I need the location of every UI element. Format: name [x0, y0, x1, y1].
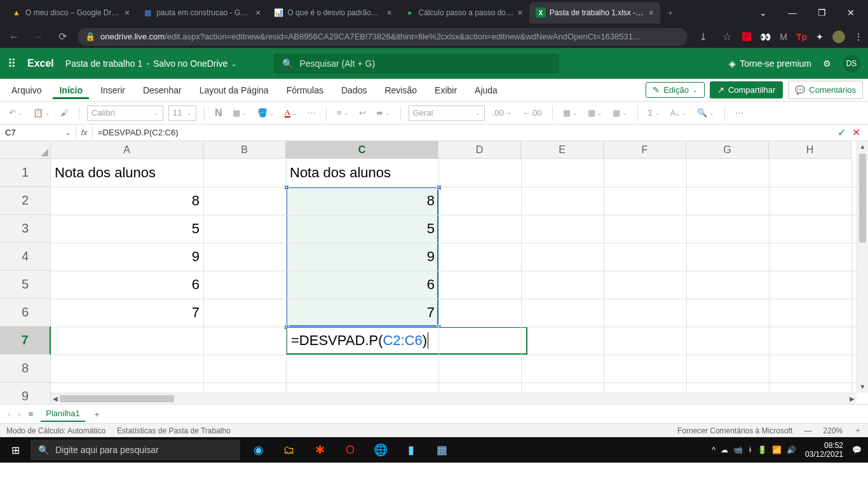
find-button[interactable]: 🔍⌄ [695, 107, 717, 119]
formula-input[interactable]: =DESVPAD.P(C2:C6) [93, 128, 830, 137]
cell-c1[interactable]: Nota dos alunos [286, 159, 438, 187]
borders-button[interactable]: ▦⌄ [230, 107, 250, 119]
ribbon-tab-revisao[interactable]: Revisão [378, 81, 423, 99]
ribbon-tab-exibir[interactable]: Exibir [428, 81, 463, 99]
ribbon-tab-inserir[interactable]: Inserir [94, 81, 132, 99]
calc-mode[interactable]: Modo de Cálculo: Automático [6, 426, 105, 435]
extensions-menu-icon[interactable]: ✦ [816, 32, 824, 42]
chevron-down-icon[interactable]: ⌄ [752, 8, 774, 18]
chrome-icon[interactable]: 🌐 [367, 437, 394, 463]
cell-c5[interactable]: 6 [286, 271, 438, 299]
scroll-down-icon[interactable]: ▼ [857, 381, 868, 393]
sheet-tab[interactable]: Planilha1 [41, 406, 85, 422]
edge-icon[interactable]: ◉ [245, 437, 272, 463]
column-header-b[interactable]: B [203, 141, 286, 159]
app-launcher-icon[interactable]: ⠿ [8, 57, 16, 71]
user-avatar[interactable]: DS [843, 55, 860, 72]
excel-brand[interactable]: Excel [27, 58, 54, 69]
forward-button[interactable]: → [29, 31, 47, 43]
row-header-9[interactable]: 9 [0, 383, 51, 404]
extension-icon[interactable]: 👀 [760, 32, 771, 42]
extension-icon[interactable]: M [780, 32, 787, 42]
cell-c3[interactable]: 5 [286, 215, 438, 243]
merge-button[interactable]: ⬌⌄ [374, 107, 393, 119]
cell-a2[interactable]: 8 [51, 187, 203, 215]
close-icon[interactable]: × [125, 8, 130, 18]
close-icon[interactable]: × [255, 8, 261, 18]
cancel-icon[interactable]: ✕ [852, 126, 860, 139]
cell-c6[interactable]: 7 [286, 299, 438, 327]
close-icon[interactable]: × [518, 8, 523, 18]
vertical-scrollbar[interactable]: ▲ ▼ [857, 141, 868, 393]
column-header-c[interactable]: C [286, 141, 438, 159]
fx-icon[interactable]: fx [76, 125, 93, 140]
opera-icon[interactable]: O [337, 437, 363, 463]
row-header-5[interactable]: 5 [0, 271, 51, 299]
cell-a6[interactable]: 7 [51, 299, 203, 327]
premium-button[interactable]: ◈ Torne-se premium [729, 58, 811, 69]
close-icon[interactable]: × [386, 8, 391, 18]
zoom-out-button[interactable]: — [804, 426, 811, 435]
confirm-icon[interactable]: ✓ [837, 126, 846, 139]
bookmark-icon[interactable]: ☆ [718, 30, 736, 43]
pinterest-icon[interactable]: 🅿 [742, 32, 751, 42]
wrap-text-button[interactable]: ↩ [356, 107, 369, 119]
ribbon-tab-layout[interactable]: Layout da Página [193, 81, 275, 99]
comments-button[interactable]: 💬 Comentários [788, 81, 863, 99]
paste-button[interactable]: 📋⌄ [31, 107, 53, 119]
conditional-format-button[interactable]: ▦⌄ [560, 107, 580, 119]
workbook-stats[interactable]: Estatísticas de Pasta de Trabalho [117, 426, 231, 435]
clock[interactable]: 08:52 03/12/2021 [801, 441, 847, 459]
fill-color-button[interactable]: 🪣⌄ [255, 107, 277, 119]
notifications-icon[interactable]: 💬 [852, 445, 862, 454]
bold-button[interactable]: N [212, 106, 225, 120]
calculator-icon[interactable]: ▦ [428, 437, 455, 463]
chrome-menu-icon[interactable]: ⋮ [854, 32, 863, 42]
browser-tab-2[interactable]: 📊 O que é o desvio padrão? Qu × [267, 2, 398, 24]
app-icon[interactable]: ✱ [306, 437, 333, 463]
font-color-button[interactable]: A⌄ [282, 107, 300, 119]
row-header-6[interactable]: 6 [0, 299, 51, 327]
close-icon[interactable]: × [649, 8, 654, 18]
ribbon-tab-dados[interactable]: Dados [335, 81, 373, 99]
cell-a4[interactable]: 9 [51, 243, 203, 271]
row-header-4[interactable]: 4 [0, 243, 51, 271]
explorer-icon[interactable]: 🗂 [276, 437, 302, 463]
browser-tab-1[interactable]: ▦ pauta em construcao - Goog × [136, 2, 267, 24]
align-button[interactable]: ≡⌄ [334, 107, 351, 119]
volume-icon[interactable]: 🔊 [787, 445, 796, 454]
settings-icon[interactable]: ⚙ [823, 58, 831, 69]
scroll-up-icon[interactable]: ▲ [857, 141, 868, 152]
search-box[interactable]: 🔍 Pesquisar (Alt + G) [273, 53, 559, 74]
editing-mode-button[interactable]: ✎ Edição ⌄ [646, 82, 705, 98]
next-sheet-icon[interactable]: › [18, 409, 20, 419]
decrease-decimal-button[interactable]: ←.00 [520, 107, 545, 119]
autosum-button[interactable]: Σ⌄ [646, 107, 663, 119]
ribbon-tab-arquivo[interactable]: Arquivo [5, 81, 48, 99]
share-button[interactable]: ↗ Compartilhar [710, 81, 783, 98]
new-tab-button[interactable]: ＋ [660, 2, 681, 24]
bluetooth-icon[interactable]: ᚼ [748, 445, 752, 454]
select-all-corner[interactable] [0, 141, 51, 159]
ribbon-tab-inicio[interactable]: Início [53, 81, 89, 99]
cell-a1[interactable]: Nota dos alunos [51, 159, 203, 187]
tray-chevron-icon[interactable]: ^ [712, 445, 715, 454]
row-header-7[interactable]: 7 [0, 327, 51, 355]
scroll-right-icon[interactable]: ▶ [848, 393, 857, 404]
scrollbar-thumb[interactable] [60, 395, 174, 402]
address-bar[interactable]: 🔒 onedrive.live.com/edit.aspx?action=edi… [78, 28, 688, 46]
back-button[interactable]: ← [5, 31, 23, 43]
table-format-button[interactable]: ▦⌄ [585, 107, 605, 119]
column-header-f[interactable]: F [604, 141, 686, 159]
column-header-e[interactable]: E [521, 141, 604, 159]
row-header-2[interactable]: 2 [0, 187, 51, 215]
more-commands-button[interactable]: ⋯ [733, 107, 746, 119]
prev-sheet-icon[interactable]: ‹ [8, 409, 10, 419]
windows-search[interactable]: 🔍 Digite aqui para pesquisar [31, 440, 240, 460]
extension-icon[interactable]: Tp [796, 32, 807, 42]
wifi-icon[interactable]: 📶 [772, 445, 782, 454]
all-sheets-icon[interactable]: ≡ [29, 409, 34, 419]
onedrive-icon[interactable]: ☁ [721, 445, 728, 454]
minimize-button[interactable]: — [782, 8, 803, 18]
battery-icon[interactable]: 🔋 [757, 445, 767, 454]
